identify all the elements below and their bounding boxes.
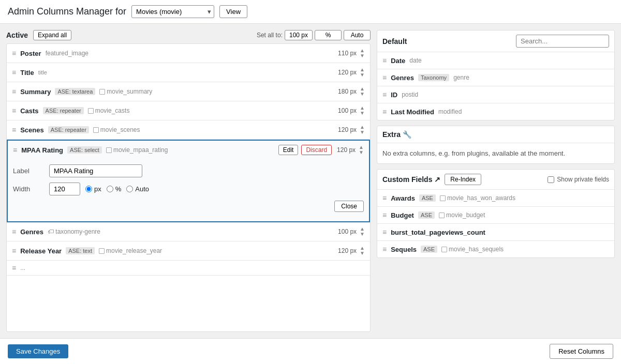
drag-handle-icon[interactable]: ≡ (12, 247, 16, 255)
sort-arrows-icon[interactable]: ▲▼ (360, 105, 365, 116)
radio-auto-label: Auto (135, 185, 149, 193)
table-row-expanded: ≡ MPAA Rating ASE: select movie_mpaa_rat… (7, 140, 370, 222)
drag-handle-icon[interactable]: ≡ (12, 87, 16, 96)
table-row: ≡ Casts ASE: repeater movie_casts 100 px… (7, 101, 370, 120)
link-icon (439, 213, 445, 218)
column-type-badge: ASE (421, 246, 437, 253)
radio-pct[interactable]: % (107, 185, 122, 193)
drag-handle-icon[interactable]: ≡ (382, 73, 387, 82)
active-label: Active (6, 31, 28, 39)
custom-fields-title: Custom Fields ↗ (382, 175, 440, 184)
custom-fields-list: ≡ Awards ASE movie_has_won_awards ≡ Budg… (377, 190, 614, 257)
set-all-auto-button[interactable]: Auto (344, 30, 371, 40)
column-field: movie_has_won_awards (440, 194, 515, 202)
table-row: ≡ Release Year ASE: text movie_release_y… (7, 241, 370, 261)
sort-arrows-icon[interactable]: ▲▼ (359, 145, 364, 155)
column-width: 110 px (336, 50, 357, 57)
column-controls: 100 px ▲▼ (336, 226, 365, 237)
column-field: genre (453, 74, 469, 81)
close-button[interactable]: Close (334, 201, 364, 212)
drag-handle-icon[interactable]: ≡ (382, 211, 387, 219)
radio-auto[interactable]: Auto (126, 185, 149, 193)
drag-handle-icon[interactable]: ≡ (12, 264, 16, 272)
column-name: Awards (391, 194, 415, 202)
set-all-pct-button[interactable]: % (315, 30, 342, 40)
post-type-select[interactable]: Movies (movie) Posts (post) Pages (page) (131, 5, 214, 18)
drag-handle-icon[interactable]: ≡ (13, 146, 17, 154)
default-section: Default ≡ Date date ≡ Genres Taxonomy ge… (377, 30, 615, 120)
column-name: Genres (391, 74, 414, 82)
column-field: 🏷 taxonomy-genre (48, 228, 100, 235)
link-icon (88, 108, 94, 114)
reset-columns-button[interactable]: Reset Columns (550, 344, 613, 359)
extra-body: No extra columns, e.g. from plugins, ava… (377, 143, 614, 163)
column-width: 120 px (336, 69, 357, 76)
sort-arrows-icon[interactable]: ▲▼ (360, 246, 365, 256)
column-field: movie_release_year (99, 247, 162, 254)
sort-arrows-icon[interactable]: ▲▼ (360, 48, 365, 58)
column-controls: 120 px ▲▼ (336, 125, 365, 135)
sort-arrows-icon[interactable]: ▲▼ (360, 226, 365, 237)
content-area: Active Expand all Set all to: 100 px % A… (0, 24, 621, 338)
label-input[interactable] (49, 164, 142, 177)
drag-handle-icon[interactable]: ≡ (382, 108, 387, 116)
column-name: Genres (20, 228, 43, 236)
drag-handle-icon[interactable]: ≡ (382, 90, 387, 99)
drag-handle-icon[interactable]: ≡ (382, 56, 387, 65)
view-button[interactable]: View (219, 5, 247, 18)
column-width: 100 px (336, 107, 357, 114)
set-all-px-button[interactable]: 100 px (285, 30, 313, 40)
column-type-badge: ASE: text (66, 247, 95, 254)
external-link-icon: ↗ (434, 175, 440, 184)
search-input[interactable] (516, 35, 609, 48)
re-index-button[interactable]: Re-Index (445, 174, 481, 185)
extra-title: Extra 🔧 (382, 130, 411, 139)
list-item: ≡ ID postid (377, 86, 614, 103)
expanded-body: Label Width px (13, 159, 364, 217)
column-width: 120 px (335, 146, 356, 154)
column-name: Scenes (20, 126, 44, 134)
column-type-badge: Taxonomy (418, 74, 449, 81)
save-changes-button[interactable]: Save Changes (8, 344, 68, 358)
sort-arrows-icon[interactable]: ▲▼ (360, 125, 365, 135)
list-item: ≡ ... (7, 261, 370, 276)
sort-arrows-icon[interactable]: ▲▼ (360, 86, 365, 97)
column-name: Summary (20, 88, 51, 96)
column-name: Release Year (20, 247, 62, 255)
expand-all-button[interactable]: Expand all (33, 30, 71, 40)
edit-button[interactable]: Edit (278, 145, 299, 155)
width-field-label: Width (13, 185, 44, 193)
drag-handle-icon[interactable]: ≡ (12, 228, 16, 236)
custom-fields-section: Custom Fields ↗ Re-Index Show private fi… (377, 169, 615, 258)
drag-handle-icon[interactable]: ≡ (382, 228, 387, 236)
column-name: Last Modified (391, 108, 434, 116)
column-type-badge: ASE: repeater (43, 107, 84, 114)
radio-px[interactable]: px (85, 185, 101, 193)
show-private-label[interactable]: Show private fields (548, 176, 609, 183)
mpaa-row-top: ≡ MPAA Rating ASE: select movie_mpaa_rat… (13, 145, 364, 155)
column-name: Title (20, 69, 34, 77)
column-type-badge: ASE (419, 194, 436, 202)
show-private-text: Show private fields (557, 176, 609, 183)
sort-arrows-icon[interactable]: ▲▼ (360, 67, 365, 78)
custom-fields-header: Custom Fields ↗ Re-Index Show private fi… (377, 170, 614, 190)
width-input[interactable] (49, 183, 80, 195)
show-private-checkbox[interactable] (548, 176, 554, 183)
column-name: Budget (391, 211, 414, 219)
discard-button[interactable]: Discard (301, 145, 332, 155)
list-item: ≡ burst_total_pageviews_count (377, 224, 614, 241)
drag-handle-icon[interactable]: ≡ (12, 49, 16, 57)
drag-handle-icon[interactable]: ≡ (382, 245, 387, 253)
drag-handle-icon[interactable]: ≡ (382, 194, 387, 202)
table-row: ≡ Title title 120 px ▲▼ (7, 63, 370, 82)
post-type-select-wrapper[interactable]: Movies (movie) Posts (post) Pages (page) (131, 5, 214, 18)
drag-handle-icon[interactable]: ≡ (12, 126, 16, 134)
width-form-row: Width px % (13, 183, 364, 195)
drag-handle-icon[interactable]: ≡ (12, 68, 16, 77)
list-item: ≡ Sequels ASE movie_has_sequels (377, 241, 614, 257)
column-controls: 110 px ▲▼ (336, 48, 365, 58)
radio-px-label: px (94, 185, 101, 193)
width-unit-radio-group: px % Auto (85, 185, 149, 193)
drag-handle-icon[interactable]: ≡ (12, 107, 16, 115)
footer: Save Changes Reset Columns (0, 338, 621, 364)
